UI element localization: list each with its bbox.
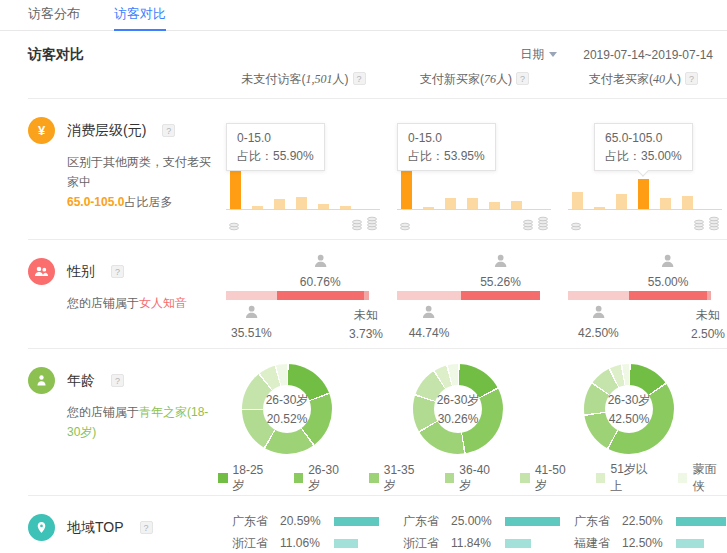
- region-name: 福建省: [574, 535, 622, 552]
- help-icon[interactable]: ?: [162, 124, 175, 137]
- female-segment: [629, 291, 708, 300]
- female-segment: [461, 291, 540, 300]
- legend-item[interactable]: 31-35岁: [369, 463, 425, 494]
- gender-people-icon: [28, 258, 55, 285]
- region-name: 广东省: [574, 513, 622, 530]
- bar: [274, 199, 285, 209]
- coin-stack-icon: [351, 218, 363, 231]
- donut-center-value: 42.50%: [609, 412, 650, 426]
- female-stat: 60.76%: [300, 253, 341, 289]
- section-region-top: 地域TOP ? 您的访客聚集在广东省 广东省 20.59% 浙江省 11.06%…: [28, 496, 727, 553]
- bar: [511, 201, 522, 209]
- female-percent: 55.26%: [480, 275, 521, 289]
- legend-swatch: [369, 473, 379, 483]
- region-row: 广东省 20.59%: [232, 510, 389, 532]
- region-name: 浙江省: [403, 535, 451, 552]
- help-icon[interactable]: ?: [685, 72, 698, 85]
- coin-stack-icon: [537, 215, 549, 231]
- female-stat: 55.00%: [648, 253, 689, 289]
- donut-center-value: 30.26%: [438, 412, 479, 426]
- female-stat: 55.26%: [480, 253, 521, 289]
- bar-tooltip: 0-15.0 占比：55.90%: [226, 123, 325, 171]
- section-desc: 区别于其他两类，支付老买家中 65.0-105.0占比居多: [67, 152, 218, 212]
- region-row: 浙江省 11.84%: [403, 532, 560, 553]
- age-donut: 26-30岁 42.50%: [584, 364, 674, 454]
- help-icon[interactable]: ?: [111, 265, 124, 278]
- legend-item[interactable]: 41-50岁: [520, 463, 576, 494]
- region-chart-new-buyers: 广东省 25.00% 浙江省 11.84%: [389, 496, 560, 553]
- yen-icon: ¥: [28, 117, 55, 144]
- help-icon[interactable]: ?: [516, 72, 529, 85]
- column-headers: 未支付访客(1,501人)? 支付新买家(76人)? 支付老买家(40人)?: [28, 65, 727, 99]
- male-segment: [568, 291, 629, 300]
- person-icon: [243, 304, 259, 320]
- x-axis: [397, 209, 551, 210]
- person-icon: [421, 304, 437, 320]
- unknown-stat: 未知2.50%: [691, 306, 725, 344]
- gender-bar: [226, 291, 369, 300]
- section-title: 年龄: [67, 372, 95, 390]
- female-percent: 60.76%: [300, 275, 341, 289]
- bar-group: [572, 179, 720, 209]
- coin-stack-icon: [399, 221, 411, 231]
- legend-item[interactable]: 18-25岁: [218, 463, 274, 494]
- bar: [296, 197, 307, 209]
- unknown-segment: [707, 291, 711, 300]
- tab-visitor-compare[interactable]: 访客对比: [114, 0, 166, 31]
- help-icon[interactable]: ?: [140, 521, 153, 534]
- help-icon[interactable]: ?: [111, 374, 124, 387]
- date-dropdown[interactable]: 日期: [520, 46, 557, 63]
- legend-label: 36-40岁: [459, 463, 500, 494]
- consume-chart-unpaid: 0-15.0 占比：55.90%: [218, 99, 389, 239]
- donut-center-label: 26-30岁: [266, 392, 309, 409]
- date-range[interactable]: 2019-07-14~2019-07-14: [583, 48, 713, 62]
- panel-header: 访客对比 日期 2019-07-14~2019-07-14: [0, 31, 727, 65]
- unknown-stat: 未知3.73%: [349, 306, 383, 344]
- legend-swatch: [520, 473, 530, 483]
- region-percent: 25.00%: [451, 514, 505, 528]
- coin-stack-icon: [570, 221, 582, 231]
- person-icon: [492, 253, 508, 269]
- region-chart-old-buyers: 广东省 22.50% 福建省 12.50%: [560, 496, 727, 553]
- legend-item[interactable]: 蒙面侠: [678, 461, 727, 495]
- top-tabs: 访客分布 访客对比: [0, 0, 727, 31]
- region-bar: [676, 539, 704, 548]
- bar: [489, 202, 500, 209]
- male-stat: 44.74%: [409, 304, 450, 340]
- region-bar: [505, 517, 560, 526]
- region-row: 浙江省 11.06%: [232, 532, 389, 553]
- chevron-down-icon: [549, 52, 557, 57]
- age-donut: 26-30岁 30.26%: [413, 364, 503, 454]
- bar-tooltip: 65.0-105.0 占比：35.00%: [594, 123, 693, 171]
- male-percent: 35.51%: [231, 326, 272, 340]
- date-dropdown-label: 日期: [520, 46, 544, 63]
- legend-label: 41-50岁: [535, 463, 576, 494]
- person-icon: [590, 304, 606, 320]
- legend-item[interactable]: 36-40岁: [445, 463, 501, 494]
- region-bar: [334, 517, 379, 526]
- tooltip-range: 0-15.0: [237, 129, 314, 147]
- region-row: 福建省 12.50%: [574, 532, 727, 553]
- legend-label: 31-35岁: [384, 463, 425, 494]
- legend-swatch: [678, 473, 688, 483]
- coin-stack-icon: [366, 215, 378, 231]
- age-donut: 26-30岁 20.52%: [242, 364, 332, 454]
- coin-stack-icon: [693, 218, 705, 231]
- section-desc: 您的店铺属于女人知音: [67, 293, 218, 313]
- gender-chart-new-buyers: 55.26% 44.74%: [389, 240, 560, 348]
- legend-item[interactable]: 26-30岁: [294, 463, 350, 494]
- gender-bar: [397, 291, 540, 300]
- tooltip-range: 65.0-105.0: [605, 129, 682, 147]
- tab-visitor-distribution[interactable]: 访客分布: [28, 0, 80, 31]
- coin-stack-icon: [708, 215, 720, 231]
- male-percent: 44.74%: [409, 326, 450, 340]
- region-percent: 22.50%: [622, 514, 676, 528]
- help-icon[interactable]: ?: [353, 72, 366, 85]
- bar: [572, 192, 583, 209]
- gender-bar: [568, 291, 711, 300]
- legend-item[interactable]: 51岁以上: [596, 461, 658, 495]
- region-bar: [334, 539, 358, 548]
- page-title: 访客对比: [28, 46, 84, 64]
- section-title: 地域TOP: [67, 519, 124, 537]
- age-donut-unpaid: 26-30岁 20.52%: [218, 349, 389, 461]
